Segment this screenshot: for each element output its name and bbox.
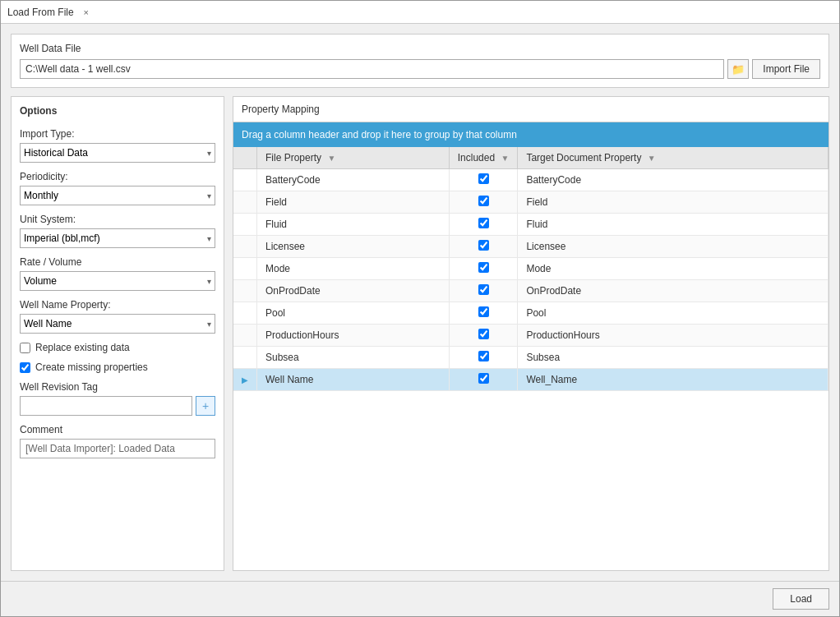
table-row[interactable]: ▶Well NameWell_Name bbox=[233, 369, 828, 391]
comment-input[interactable] bbox=[20, 439, 215, 458]
rate-volume-group: Rate / Volume Volume Rate bbox=[20, 256, 215, 291]
replace-existing-checkbox[interactable] bbox=[20, 343, 30, 353]
target-property-cell: ProductionHours bbox=[518, 325, 828, 347]
target-property-cell: Well_Name bbox=[518, 369, 828, 391]
periodicity-select[interactable]: Monthly Daily Annual bbox=[20, 186, 215, 205]
file-property-cell: Well Name bbox=[257, 369, 450, 391]
property-mapping-title: Property Mapping bbox=[233, 97, 828, 122]
row-indicator bbox=[233, 169, 257, 191]
table-row[interactable]: OnProdDateOnProdDate bbox=[233, 280, 828, 302]
target-property-cell: Fluid bbox=[518, 214, 828, 236]
included-filter-icon[interactable]: ▼ bbox=[501, 154, 509, 163]
target-property-cell: Mode bbox=[518, 258, 828, 280]
included-checkbox[interactable] bbox=[478, 284, 489, 295]
unit-system-select-wrapper: Imperial (bbl,mcf) Metric bbox=[20, 228, 215, 248]
rate-volume-select[interactable]: Volume Rate bbox=[20, 271, 215, 291]
included-checkbox[interactable] bbox=[478, 329, 489, 339]
property-table-wrapper: File Property ▼ Included ▼ Target Docume… bbox=[233, 147, 828, 570]
well-data-file-section: Well Data File 📁 Import File bbox=[11, 34, 829, 88]
import-type-select-wrapper: Historical Data Forecast Data bbox=[20, 143, 215, 163]
row-indicator bbox=[233, 302, 257, 325]
target-col-header: Target Document Property ▼ bbox=[518, 147, 828, 169]
periodicity-label: Periodicity: bbox=[20, 171, 215, 182]
file-property-cell: OnProdDate bbox=[257, 280, 450, 302]
well-name-property-label: Well Name Property: bbox=[20, 299, 215, 311]
included-checkbox[interactable] bbox=[478, 173, 489, 184]
file-property-cell: Mode bbox=[257, 258, 450, 280]
included-checkbox[interactable] bbox=[478, 240, 489, 251]
file-property-cell: BatteryCode bbox=[257, 169, 450, 191]
target-filter-icon[interactable]: ▼ bbox=[648, 154, 656, 163]
file-property-col-header: File Property ▼ bbox=[257, 147, 450, 169]
included-checkbox[interactable] bbox=[478, 351, 489, 361]
main-window: Load From File × Well Data File 📁 Import… bbox=[0, 0, 840, 617]
file-property-filter-icon[interactable]: ▼ bbox=[327, 154, 335, 163]
load-button[interactable]: Load bbox=[773, 588, 829, 610]
folder-button[interactable]: 📁 bbox=[727, 59, 749, 79]
import-type-label: Import Type: bbox=[20, 128, 215, 140]
well-name-property-select[interactable]: Well Name bbox=[20, 314, 215, 334]
main-content: Well Data File 📁 Import File Options Imp… bbox=[1, 24, 839, 581]
table-row[interactable]: BatteryCodeBatteryCode bbox=[233, 169, 828, 191]
included-cell bbox=[449, 280, 518, 302]
included-cell bbox=[449, 169, 518, 191]
well-data-file-label: Well Data File bbox=[20, 43, 820, 54]
title-bar: Load From File × bbox=[1, 1, 839, 24]
included-checkbox[interactable] bbox=[478, 218, 489, 228]
table-row[interactable]: FieldField bbox=[233, 191, 828, 214]
import-file-button[interactable]: Import File bbox=[752, 59, 820, 79]
file-property-cell: Pool bbox=[257, 302, 450, 325]
main-area: Options Import Type: Historical Data For… bbox=[11, 96, 829, 571]
unit-system-select[interactable]: Imperial (bbl,mcf) Metric bbox=[20, 228, 215, 248]
file-property-cell: Field bbox=[257, 191, 450, 214]
options-panel: Options Import Type: Historical Data For… bbox=[11, 96, 224, 571]
table-row[interactable]: ProductionHoursProductionHours bbox=[233, 325, 828, 347]
well-name-property-group: Well Name Property: Well Name bbox=[20, 299, 215, 334]
comment-group: Comment bbox=[20, 424, 215, 458]
well-name-property-select-wrapper: Well Name bbox=[20, 314, 215, 334]
included-cell bbox=[449, 347, 518, 369]
window-title: Load From File bbox=[7, 7, 74, 18]
table-row[interactable]: ModeMode bbox=[233, 258, 828, 280]
row-indicator: ▶ bbox=[233, 369, 257, 391]
file-property-cell: Licensee bbox=[257, 236, 450, 258]
row-indicator bbox=[233, 258, 257, 280]
included-cell bbox=[449, 369, 518, 391]
target-property-cell: OnProdDate bbox=[518, 280, 828, 302]
comment-label: Comment bbox=[20, 424, 215, 435]
import-type-group: Import Type: Historical Data Forecast Da… bbox=[20, 128, 215, 163]
table-row[interactable]: PoolPool bbox=[233, 302, 828, 325]
indicator-col-header bbox=[233, 147, 257, 169]
create-missing-row: Create missing properties bbox=[20, 361, 215, 373]
row-indicator bbox=[233, 214, 257, 236]
table-row[interactable]: LicenseeLicensee bbox=[233, 236, 828, 258]
create-missing-checkbox[interactable] bbox=[20, 362, 30, 373]
file-property-cell: ProductionHours bbox=[257, 325, 450, 347]
included-checkbox[interactable] bbox=[478, 262, 489, 273]
row-indicator bbox=[233, 347, 257, 369]
target-property-cell: BatteryCode bbox=[518, 169, 828, 191]
included-cell bbox=[449, 191, 518, 214]
included-cell bbox=[449, 258, 518, 280]
included-cell bbox=[449, 302, 518, 325]
replace-existing-row: Replace existing data bbox=[20, 342, 215, 353]
included-checkbox[interactable] bbox=[478, 373, 489, 384]
file-path-input[interactable] bbox=[20, 59, 724, 79]
rate-volume-select-wrapper: Volume Rate bbox=[20, 271, 215, 291]
property-table-body: BatteryCodeBatteryCodeFieldFieldFluidFlu… bbox=[233, 169, 828, 391]
row-indicator bbox=[233, 191, 257, 214]
included-checkbox[interactable] bbox=[478, 306, 489, 317]
replace-existing-label: Replace existing data bbox=[35, 342, 130, 353]
table-row[interactable]: FluidFluid bbox=[233, 214, 828, 236]
table-row[interactable]: SubseaSubsea bbox=[233, 347, 828, 369]
included-checkbox[interactable] bbox=[478, 196, 489, 206]
add-revision-button[interactable]: + bbox=[196, 396, 215, 416]
rate-volume-label: Rate / Volume bbox=[20, 256, 215, 268]
periodicity-group: Periodicity: Monthly Daily Annual bbox=[20, 171, 215, 205]
unit-system-group: Unit System: Imperial (bbl,mcf) Metric bbox=[20, 214, 215, 248]
included-col-header: Included ▼ bbox=[449, 147, 518, 169]
file-property-cell: Subsea bbox=[257, 347, 450, 369]
import-type-select[interactable]: Historical Data Forecast Data bbox=[20, 143, 215, 163]
close-button[interactable]: × bbox=[81, 7, 92, 18]
well-revision-input[interactable] bbox=[20, 396, 192, 416]
